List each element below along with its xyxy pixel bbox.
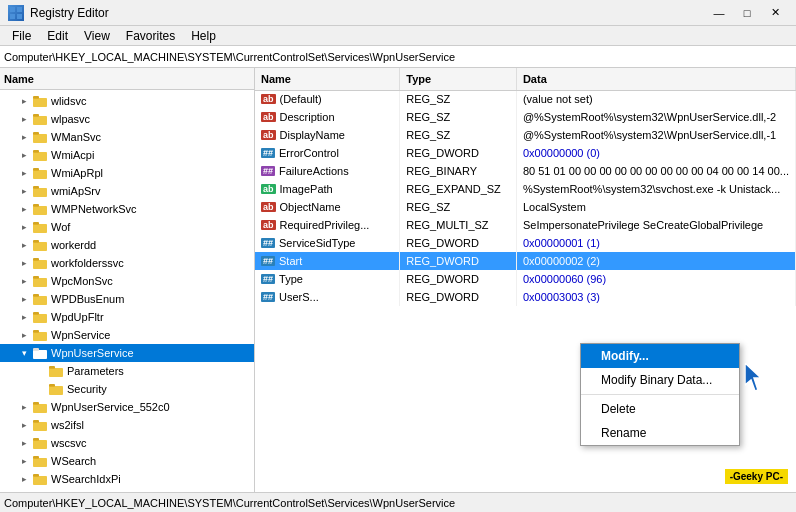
col-type[interactable]: Type (400, 68, 517, 90)
tree-item[interactable]: ▸ wuauserv (0, 488, 254, 492)
tree-item[interactable]: ▸ WpnUserService_552c0 (0, 398, 254, 416)
cell-data: %SystemRoot%\system32\svchost.exe -k Uni… (516, 180, 795, 198)
table-row[interactable]: abImagePathREG_EXPAND_SZ%SystemRoot%\sys… (255, 180, 796, 198)
tree-item[interactable]: ▸ wscsvc (0, 434, 254, 452)
tree-expander[interactable]: ▸ (16, 402, 32, 412)
svg-rect-18 (33, 170, 47, 179)
tree-item[interactable]: ▸ WPDBusEnum (0, 290, 254, 308)
tree-expander[interactable]: ▸ (16, 312, 32, 322)
menu-edit[interactable]: Edit (39, 27, 76, 45)
context-menu-item[interactable]: Delete (581, 397, 739, 421)
tree-item[interactable]: ▸ ws2ifsl (0, 416, 254, 434)
table-row[interactable]: ##UserS...REG_DWORD0x00003003 (3) (255, 288, 796, 306)
tree-item[interactable]: ▸ WmiAcpi (0, 146, 254, 164)
menu-help[interactable]: Help (183, 27, 224, 45)
tree-content[interactable]: ▸ wlidsvc▸ wlpasvc▸ WManSvc▸ WmiAcpi▸ Wm… (0, 90, 254, 492)
tree-expander[interactable]: ▸ (16, 168, 32, 178)
tree-expander[interactable]: ▸ (16, 294, 32, 304)
table-row[interactable]: ab(Default)REG_SZ(value not set) (255, 90, 796, 108)
menu-file[interactable]: File (4, 27, 39, 45)
table-row[interactable]: ##ErrorControlREG_DWORD0x00000000 (0) (255, 144, 796, 162)
tree-label: wuauserv (51, 491, 98, 492)
folder-icon (32, 310, 48, 324)
tree-label: WpnUserService (51, 347, 134, 359)
table-row[interactable]: abDisplayNameREG_SZ@%SystemRoot%\system3… (255, 126, 796, 144)
tree-label: workfolderssvc (51, 257, 124, 269)
tree-label: WSearchIdxPi (51, 473, 121, 485)
tree-expander[interactable]: ▾ (16, 348, 32, 358)
tree-item[interactable]: ▸ workfolderssvc (0, 254, 254, 272)
tree-item[interactable]: ▸ WmiApRpl (0, 164, 254, 182)
tree-item[interactable]: ▸ workerdd (0, 236, 254, 254)
tree-expander[interactable]: ▸ (16, 438, 32, 448)
col-name[interactable]: Name (255, 68, 400, 90)
tree-expander[interactable]: ▸ (16, 276, 32, 286)
cell-data: @%SystemRoot%\system32\WpnUserService.dl… (516, 108, 795, 126)
cursor-arrow (745, 363, 773, 398)
context-menu-item[interactable]: Rename (581, 421, 739, 445)
cell-data: LocalSystem (516, 198, 795, 216)
tree-expander[interactable]: ▸ (16, 456, 32, 466)
tree-item[interactable]: ▾ WpnUserService (0, 344, 254, 362)
svg-rect-54 (49, 386, 63, 395)
cell-name: abImagePath (255, 180, 400, 198)
tree-item[interactable]: ▸ WManSvc (0, 128, 254, 146)
cell-type: REG_DWORD (400, 144, 517, 162)
tree-item[interactable]: ▸ wlpasvc (0, 110, 254, 128)
tree-expander[interactable]: ▸ (16, 132, 32, 142)
status-bar: Computer\HKEY_LOCAL_MACHINE\SYSTEM\Curre… (0, 492, 796, 512)
tree-item[interactable]: ▸ WSearchIdxPi (0, 470, 254, 488)
svg-rect-27 (33, 224, 47, 233)
tree-expander[interactable]: ▸ (16, 330, 32, 340)
tree-expander[interactable]: ▸ (16, 222, 32, 232)
tree-item[interactable]: ▸ WpnService (0, 326, 254, 344)
cell-type: REG_DWORD (400, 234, 517, 252)
table-row[interactable]: ##FailureActionsREG_BINARY80 51 01 00 00… (255, 162, 796, 180)
table-row[interactable]: abObjectNameREG_SZLocalSystem (255, 198, 796, 216)
tree-expander[interactable]: ▸ (16, 204, 32, 214)
tree-item[interactable]: Parameters (0, 362, 254, 380)
context-menu-item[interactable]: Modify... (581, 344, 739, 368)
table-row[interactable]: ##ServiceSidTypeREG_DWORD0x00000001 (1) (255, 234, 796, 252)
tree-expander[interactable]: ▸ (16, 96, 32, 106)
tree-item[interactable]: ▸ WpcMonSvc (0, 272, 254, 290)
menu-favorites[interactable]: Favorites (118, 27, 183, 45)
tree-item[interactable]: ▸ WSearch (0, 452, 254, 470)
minimize-button[interactable]: — (706, 3, 732, 23)
folder-icon (32, 274, 48, 288)
tree-label: wscsvc (51, 437, 86, 449)
tree-expander[interactable]: ▸ (16, 150, 32, 160)
table-row[interactable]: abDescriptionREG_SZ@%SystemRoot%\system3… (255, 108, 796, 126)
menu-view[interactable]: View (76, 27, 118, 45)
tree-expander[interactable]: ▸ (16, 420, 32, 430)
tree-expander[interactable]: ▸ (16, 474, 32, 484)
cell-name: ##ErrorControl (255, 144, 400, 162)
col-data[interactable]: Data (516, 68, 795, 90)
address-path: Computer\HKEY_LOCAL_MACHINE\SYSTEM\Curre… (4, 51, 455, 63)
tree-item[interactable]: ▸ wmiApSrv (0, 182, 254, 200)
cell-data: 0x00000060 (96) (516, 270, 795, 288)
maximize-button[interactable]: □ (734, 3, 760, 23)
watermark: -Geeky PC- (725, 469, 788, 484)
table-row[interactable]: ##TypeREG_DWORD0x00000060 (96) (255, 270, 796, 288)
tree-item[interactable]: ▸ wlidsvc (0, 92, 254, 110)
cell-type: REG_DWORD (400, 270, 517, 288)
tree-expander[interactable]: ▸ (16, 186, 32, 196)
tree-item[interactable]: ▸ WMPNetworkSvc (0, 200, 254, 218)
table-row[interactable]: ##StartREG_DWORD0x00000002 (2) (255, 252, 796, 270)
context-menu-item[interactable]: Modify Binary Data... (581, 368, 739, 392)
tree-label: ws2ifsl (51, 419, 84, 431)
tree-label: wmiApSrv (51, 185, 101, 197)
tree-expander[interactable]: ▸ (16, 240, 32, 250)
cell-name: ##Start (255, 252, 400, 270)
details-table: Name Type Data ab(Default)REG_SZ(value n… (255, 68, 796, 306)
tree-expander[interactable]: ▸ (16, 258, 32, 268)
folder-icon (32, 112, 48, 126)
tree-item[interactable]: ▸ Wof (0, 218, 254, 236)
close-button[interactable]: ✕ (762, 3, 788, 23)
tree-expander[interactable]: ▸ (16, 114, 32, 124)
tree-item[interactable]: Security (0, 380, 254, 398)
tree-item[interactable]: ▸ WpdUpFltr (0, 308, 254, 326)
svg-rect-63 (33, 440, 47, 449)
table-row[interactable]: abRequiredPrivileg...REG_MULTI_SZSeImper… (255, 216, 796, 234)
